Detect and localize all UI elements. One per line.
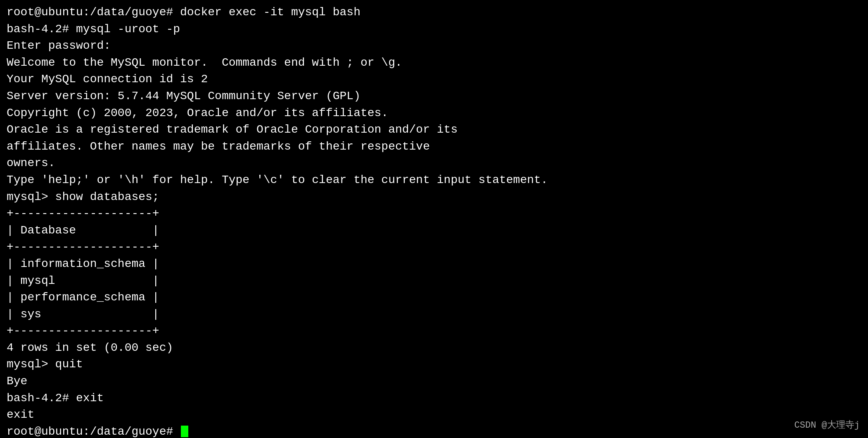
terminal-line: bash-4.2# exit [7,390,861,407]
terminal-prompt-line: root@ubuntu:/data/guoye# [7,424,861,438]
terminal-line: mysql> quit [7,356,861,373]
terminal-line: Welcome to the MySQL monitor. Commands e… [7,55,861,71]
terminal-line: bash-4.2# mysql -uroot -p [7,21,861,38]
terminal-line: Bye [7,373,861,390]
terminal-line: mysql> show databases; [7,189,861,206]
terminal-line: Oracle is a registered trademark of Orac… [7,121,861,138]
terminal-line: Your MySQL connection id is 2 [7,71,861,88]
terminal-line: Type 'help;' or '\h' for help. Type '\c'… [7,172,861,189]
terminal-line: exit [7,407,861,424]
terminal-line: root@ubuntu:/data/guoye# docker exec -it… [7,4,861,21]
terminal-line: | mysql | [7,273,861,290]
terminal-line: affiliates. Other names may be trademark… [7,138,861,155]
terminal-line: 4 rows in set (0.00 sec) [7,340,861,357]
terminal-line: Copyright (c) 2000, 2023, Oracle and/or … [7,105,861,122]
terminal-line: +--------------------+ [7,323,861,340]
terminal-line: | Database | [7,222,861,239]
terminal-prompt-text: root@ubuntu:/data/guoye# [7,425,180,438]
terminal-line: Server version: 5.7.44 MySQL Community S… [7,88,861,105]
terminal-line: | performance_schema | [7,289,861,306]
terminal-window: root@ubuntu:/data/guoye# docker exec -it… [0,0,868,438]
terminal-line: +--------------------+ [7,239,861,256]
terminal-line: Enter password: [7,38,861,55]
terminal-line: owners. [7,155,861,172]
terminal-line: | information_schema | [7,256,861,273]
terminal-line: | sys | [7,306,861,323]
terminal-output: root@ubuntu:/data/guoye# docker exec -it… [7,4,861,438]
watermark: CSDN @大理寺j [794,419,860,432]
terminal-line: +--------------------+ [7,205,861,222]
terminal-cursor [181,426,188,437]
